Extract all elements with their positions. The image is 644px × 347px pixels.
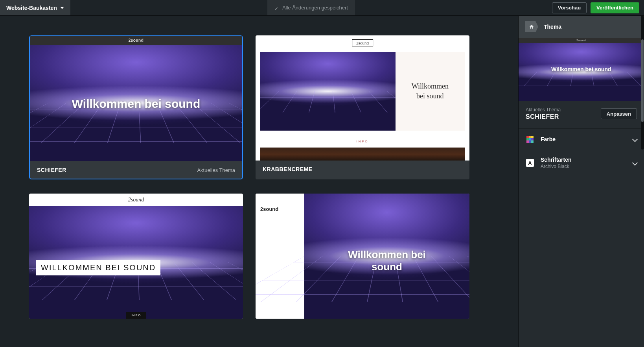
font-badge: A — [526, 159, 534, 167]
scrollbar[interactable] — [641, 16, 644, 150]
home-icon — [529, 24, 534, 30]
color-swatch-icon — [526, 135, 534, 144]
theme-card-krabbencreme[interactable]: 2sound Willkommen bei sound — [256, 35, 469, 179]
theme-footer: SCHIEFER Aktuelles Thema — [30, 161, 242, 179]
preview-button[interactable]: Vorschau — [552, 2, 587, 13]
preview-hero-line2: sound — [304, 261, 469, 273]
check-icon — [274, 6, 279, 10]
main: 2sound Willkommen bei sound SCHIEFER Akt… — [0, 16, 644, 347]
current-theme-label: Aktuelles Thema — [526, 107, 561, 113]
theme-gallery: 2sound Willkommen bei sound SCHIEFER Akt… — [0, 16, 518, 347]
spacer — [355, 0, 552, 15]
preview-hero-text: Willkommen bei sound — [519, 66, 644, 72]
current-theme-badge: Aktuelles Thema — [197, 167, 235, 173]
customize-button[interactable]: Anpassen — [601, 108, 637, 119]
save-status: Alle Änderungen gespeichert — [267, 0, 355, 15]
breadcrumb-label: Thema — [544, 24, 561, 30]
preview-hero-text: WILLKOMMEN BEI SOUND — [36, 260, 160, 275]
theme-preview: 2sound Willkommen bei sound — [256, 35, 469, 161]
theme-footer: KRABBENCREME — [256, 161, 469, 178]
preview-brand: 2sound — [519, 38, 644, 43]
preview-brand: 2sound — [30, 36, 242, 45]
current-theme-preview: 2sound Willkommen bei sound — [519, 38, 644, 101]
publish-button[interactable]: Veröffentlichen — [591, 2, 639, 13]
scrollbar-thumb[interactable] — [641, 39, 644, 122]
topbar-actions: Vorschau Veröffentlichen — [552, 0, 644, 15]
preview-hero-text: Willkommen bei sound — [30, 97, 242, 111]
space-bg — [260, 52, 396, 131]
theme-name: SCHIEFER — [37, 167, 66, 173]
theme-grid: 2sound Willkommen bei sound SCHIEFER Akt… — [29, 35, 495, 319]
current-theme-name: SCHIEFER — [526, 113, 561, 120]
theme-card-4[interactable]: 2sound Willkommen bei sound — [256, 194, 469, 319]
theme-preview: 2sound Willkommen bei sound — [30, 36, 242, 161]
breadcrumb: Thema — [519, 16, 644, 38]
save-status-text: Alle Änderungen gespeichert — [282, 5, 348, 11]
home-button[interactable] — [525, 21, 538, 32]
preview-hero-line1: Willkommen bei — [304, 249, 469, 261]
theme-card-schiefer[interactable]: 2sound Willkommen bei sound SCHIEFER Akt… — [29, 35, 243, 179]
space-bg: WILLKOMMEN BEI SOUND INFO — [29, 206, 243, 319]
sidepanel-row-color[interactable]: Farbe — [519, 128, 644, 150]
preview-hero-text-block: Willkommen bei sound — [396, 52, 465, 131]
sidepanel-row-fonts[interactable]: A Schriftarten Archivo Black — [519, 150, 644, 175]
app-menu-dropdown[interactable]: Website-Baukasten — [0, 0, 70, 15]
font-icon: A — [526, 159, 534, 167]
topbar: Website-Baukasten Alle Änderungen gespei… — [0, 0, 644, 16]
spacer — [70, 0, 267, 15]
current-theme-block: Aktuelles Thema SCHIEFER Anpassen — [519, 101, 644, 128]
preview-brand: 2sound — [352, 39, 373, 46]
space-bg: Willkommen bei sound — [30, 45, 242, 161]
preview-brand: 2sound — [260, 206, 300, 212]
preview-hero-text: Willkommen bei sound — [304, 249, 469, 273]
preview-secondary-image — [260, 148, 465, 161]
chevron-down-icon — [632, 137, 638, 142]
preview-hero-line1: Willkommen — [412, 81, 449, 91]
chevron-down-icon — [632, 160, 638, 166]
row-title: Schriftarten — [541, 157, 627, 163]
chevron-down-icon — [60, 7, 64, 9]
theme-preview: 2sound WILLKOMMEN BEI SOUND INFO — [29, 194, 243, 319]
row-title: Farbe — [541, 136, 627, 142]
theme-card-3[interactable]: 2sound WILLKOMMEN BEI SOUND INFO — [29, 194, 243, 319]
preview-hero-line2: bei sound — [412, 91, 449, 101]
preview-info-label: INFO — [356, 140, 368, 143]
sidepanel: Thema 2sound Willkommen bei sound Aktuel… — [518, 16, 644, 347]
space-bg: Willkommen bei sound — [304, 194, 469, 319]
preview-info-tag: INFO — [126, 312, 146, 319]
app-menu-label: Website-Baukasten — [6, 5, 57, 11]
theme-name: KRABBENCREME — [263, 166, 313, 172]
preview-brand: 2sound — [128, 197, 144, 203]
row-subtitle: Archivo Black — [541, 164, 627, 169]
theme-preview: 2sound Willkommen bei sound — [256, 194, 469, 319]
